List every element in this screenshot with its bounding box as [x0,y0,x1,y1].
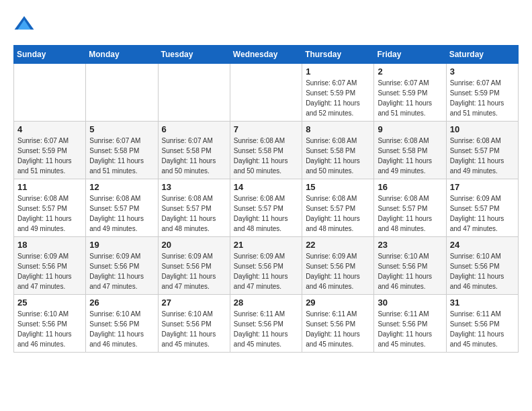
day-number: 2 [378,66,442,77]
week-row-2: 11Sunrise: 6:08 AM Sunset: 5:57 PM Dayli… [14,179,519,237]
calendar-cell: 27Sunrise: 6:10 AM Sunset: 5:56 PM Dayli… [158,295,230,353]
day-info: Sunrise: 6:11 AM Sunset: 5:56 PM Dayligh… [450,309,515,349]
logo-icon [13,13,35,35]
calendar-cell: 8Sunrise: 6:08 AM Sunset: 5:58 PM Daylig… [302,122,374,179]
day-number: 25 [17,298,82,308]
calendar-cell: 28Sunrise: 6:11 AM Sunset: 5:56 PM Dayli… [230,295,302,353]
calendar-cell: 16Sunrise: 6:08 AM Sunset: 5:57 PM Dayli… [374,179,446,237]
day-number: 13 [162,182,226,192]
day-number: 21 [234,240,298,250]
day-number: 8 [306,124,370,134]
page-header [13,13,519,35]
day-info: Sunrise: 6:08 AM Sunset: 5:57 PM Dayligh… [89,193,154,234]
day-info: Sunrise: 6:07 AM Sunset: 5:58 PM Dayligh… [89,136,154,176]
header-wednesday: Wednesday [230,46,302,64]
day-number: 12 [89,182,154,192]
calendar-cell: 24Sunrise: 6:10 AM Sunset: 5:56 PM Dayli… [446,237,518,295]
calendar-cell [230,64,302,122]
day-number: 17 [450,182,515,192]
day-info: Sunrise: 6:10 AM Sunset: 5:56 PM Dayligh… [450,251,515,291]
header-saturday: Saturday [446,46,518,64]
calendar-cell: 18Sunrise: 6:09 AM Sunset: 5:56 PM Dayli… [14,237,86,295]
calendar-cell: 30Sunrise: 6:11 AM Sunset: 5:56 PM Dayli… [374,295,446,353]
day-info: Sunrise: 6:07 AM Sunset: 5:59 PM Dayligh… [17,136,82,176]
logo [13,13,39,35]
calendar-cell: 26Sunrise: 6:10 AM Sunset: 5:56 PM Dayli… [86,295,158,353]
day-number: 1 [306,66,370,77]
calendar-cell: 21Sunrise: 6:09 AM Sunset: 5:56 PM Dayli… [230,237,302,295]
day-info: Sunrise: 6:08 AM Sunset: 5:57 PM Dayligh… [450,136,515,176]
day-number: 14 [234,182,298,192]
day-number: 22 [306,240,370,250]
calendar-cell: 4Sunrise: 6:07 AM Sunset: 5:59 PM Daylig… [14,122,86,179]
day-number: 26 [89,298,154,308]
calendar-cell: 13Sunrise: 6:08 AM Sunset: 5:57 PM Dayli… [158,179,230,237]
calendar-cell: 14Sunrise: 6:08 AM Sunset: 5:57 PM Dayli… [230,179,302,237]
calendar-cell: 25Sunrise: 6:10 AM Sunset: 5:56 PM Dayli… [14,295,86,353]
calendar-cell: 3Sunrise: 6:07 AM Sunset: 5:59 PM Daylig… [446,64,518,122]
day-info: Sunrise: 6:08 AM Sunset: 5:57 PM Dayligh… [378,193,442,234]
day-number: 16 [378,182,442,192]
day-number: 19 [89,240,154,250]
day-info: Sunrise: 6:08 AM Sunset: 5:58 PM Dayligh… [306,136,370,176]
day-info: Sunrise: 6:09 AM Sunset: 5:57 PM Dayligh… [450,193,515,234]
calendar-cell: 12Sunrise: 6:08 AM Sunset: 5:57 PM Dayli… [86,179,158,237]
header-thursday: Thursday [302,46,374,64]
day-info: Sunrise: 6:10 AM Sunset: 5:56 PM Dayligh… [378,251,442,291]
day-number: 23 [378,240,442,250]
header-tuesday: Tuesday [158,46,230,64]
calendar-cell: 2Sunrise: 6:07 AM Sunset: 5:59 PM Daylig… [374,64,446,122]
day-info: Sunrise: 6:09 AM Sunset: 5:56 PM Dayligh… [89,251,154,291]
day-info: Sunrise: 6:08 AM Sunset: 5:57 PM Dayligh… [306,193,370,234]
day-info: Sunrise: 6:07 AM Sunset: 5:58 PM Dayligh… [162,136,226,176]
week-row-3: 18Sunrise: 6:09 AM Sunset: 5:56 PM Dayli… [14,237,519,295]
day-info: Sunrise: 6:09 AM Sunset: 5:56 PM Dayligh… [306,251,370,291]
calendar-cell: 23Sunrise: 6:10 AM Sunset: 5:56 PM Dayli… [374,237,446,295]
header-sunday: Sunday [14,46,86,64]
day-number: 9 [378,124,442,134]
day-info: Sunrise: 6:11 AM Sunset: 5:56 PM Dayligh… [234,309,298,349]
day-info: Sunrise: 6:09 AM Sunset: 5:56 PM Dayligh… [17,251,82,291]
calendar-cell: 17Sunrise: 6:09 AM Sunset: 5:57 PM Dayli… [446,179,518,237]
day-number: 30 [378,298,442,308]
calendar-cell: 5Sunrise: 6:07 AM Sunset: 5:58 PM Daylig… [86,122,158,179]
calendar-cell: 9Sunrise: 6:08 AM Sunset: 5:58 PM Daylig… [374,122,446,179]
day-info: Sunrise: 6:07 AM Sunset: 5:59 PM Dayligh… [450,78,515,118]
calendar-cell: 20Sunrise: 6:09 AM Sunset: 5:56 PM Dayli… [158,237,230,295]
calendar-cell: 15Sunrise: 6:08 AM Sunset: 5:57 PM Dayli… [302,179,374,237]
day-info: Sunrise: 6:08 AM Sunset: 5:57 PM Dayligh… [162,193,226,234]
day-info: Sunrise: 6:10 AM Sunset: 5:56 PM Dayligh… [17,309,82,349]
calendar-cell: 1Sunrise: 6:07 AM Sunset: 5:59 PM Daylig… [302,64,374,122]
header-monday: Monday [86,46,158,64]
calendar-cell [14,64,86,122]
day-info: Sunrise: 6:07 AM Sunset: 5:59 PM Dayligh… [306,78,370,118]
day-info: Sunrise: 6:10 AM Sunset: 5:56 PM Dayligh… [162,309,226,349]
day-number: 7 [234,124,298,134]
day-info: Sunrise: 6:07 AM Sunset: 5:59 PM Dayligh… [378,78,442,118]
day-info: Sunrise: 6:11 AM Sunset: 5:56 PM Dayligh… [378,309,442,349]
day-info: Sunrise: 6:08 AM Sunset: 5:57 PM Dayligh… [234,193,298,234]
day-number: 28 [234,298,298,308]
calendar-cell [86,64,158,122]
day-number: 10 [450,124,515,134]
calendar-table: SundayMondayTuesdayWednesdayThursdayFrid… [13,45,519,353]
day-info: Sunrise: 6:09 AM Sunset: 5:56 PM Dayligh… [234,251,298,291]
calendar-cell [158,64,230,122]
day-number: 18 [17,240,82,250]
day-number: 4 [17,124,82,134]
day-number: 15 [306,182,370,192]
week-row-0: 1Sunrise: 6:07 AM Sunset: 5:59 PM Daylig… [14,64,519,122]
calendar-cell: 6Sunrise: 6:07 AM Sunset: 5:58 PM Daylig… [158,122,230,179]
week-row-1: 4Sunrise: 6:07 AM Sunset: 5:59 PM Daylig… [14,122,519,179]
calendar-cell: 22Sunrise: 6:09 AM Sunset: 5:56 PM Dayli… [302,237,374,295]
header-row: SundayMondayTuesdayWednesdayThursdayFrid… [14,46,519,64]
day-number: 29 [306,298,370,308]
day-info: Sunrise: 6:08 AM Sunset: 5:58 PM Dayligh… [234,136,298,176]
day-info: Sunrise: 6:09 AM Sunset: 5:56 PM Dayligh… [162,251,226,291]
week-row-4: 25Sunrise: 6:10 AM Sunset: 5:56 PM Dayli… [14,295,519,353]
day-number: 5 [89,124,154,134]
calendar-cell: 11Sunrise: 6:08 AM Sunset: 5:57 PM Dayli… [14,179,86,237]
day-info: Sunrise: 6:08 AM Sunset: 5:57 PM Dayligh… [17,193,82,234]
calendar-body: 1Sunrise: 6:07 AM Sunset: 5:59 PM Daylig… [14,64,519,353]
day-number: 20 [162,240,226,250]
